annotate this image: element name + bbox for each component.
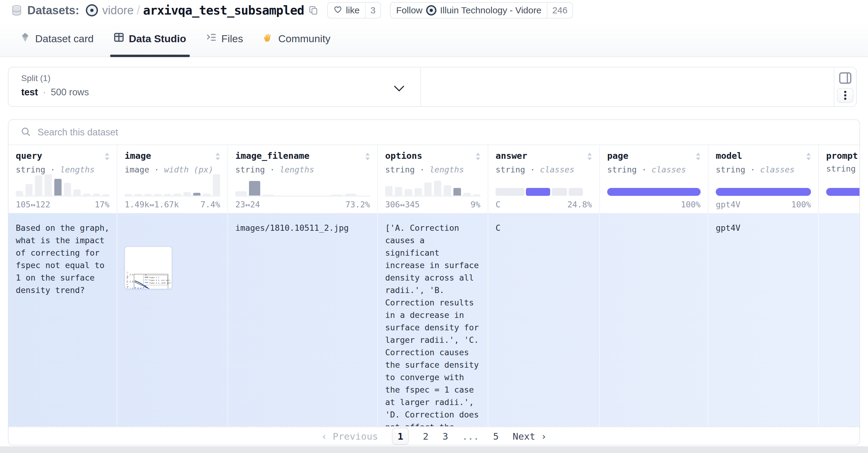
class-bar-segment (826, 188, 860, 196)
stat-percent: 100% (681, 200, 701, 209)
sort-icon[interactable] (587, 152, 592, 162)
cell-answer: C (488, 213, 600, 426)
stat-percent: 100% (791, 200, 811, 209)
histogram-bar (83, 194, 90, 196)
column-name: prompt (826, 150, 858, 161)
tab-dataset-card[interactable]: Dataset card (20, 21, 94, 56)
split-selector-label: Split (1) (21, 74, 420, 83)
histogram-bar (125, 194, 132, 196)
follow-label: Follow (396, 5, 423, 16)
follow-org-name: Illuin Technology - Vidore (440, 5, 541, 16)
histogram-bar (405, 189, 412, 196)
cell-image-filename: images/1810.10511_2.jpg (228, 213, 378, 426)
class-bar-segment (569, 188, 583, 196)
histogram-bar (235, 191, 247, 196)
owner-link[interactable]: vidore (102, 4, 134, 17)
sort-icon[interactable] (105, 152, 110, 162)
histogram-bar (144, 194, 152, 196)
column-histogram (385, 174, 480, 197)
histogram-bar (345, 194, 356, 196)
pagination: ‹ Previous 123...5 Next › (8, 426, 860, 445)
column-header-prompt[interactable]: promptstring (819, 145, 860, 213)
column-header-image[interactable]: imageimage · width (px)1.49k↔1.67k7.4% (117, 145, 228, 213)
kebab-menu-button[interactable] (837, 88, 854, 103)
tab-data-studio[interactable]: Data Studio (114, 21, 186, 56)
tab-community[interactable]: Community (263, 21, 330, 56)
histogram-bar (174, 194, 181, 196)
dataset-name[interactable]: arxivqa_test_subsampled (143, 3, 304, 17)
column-type: string · lengths (385, 165, 480, 174)
column-header-model[interactable]: modelstring · classesgpt4V100% (709, 145, 819, 213)
histogram-bar (414, 188, 422, 196)
cell-page (600, 213, 709, 426)
histogram-bar (424, 182, 432, 196)
chevron-down-icon (394, 85, 405, 93)
column-histogram (125, 174, 220, 197)
class-bar-segment (496, 188, 524, 196)
histogram-bar (184, 192, 191, 196)
class-bar-segment (607, 188, 701, 196)
sort-icon[interactable] (215, 152, 220, 162)
page-button[interactable]: 5 (493, 431, 499, 442)
column-class-bar (716, 188, 811, 196)
column-stats: 105↔12217% (16, 200, 110, 209)
page-button[interactable]: 3 (442, 431, 448, 442)
column-type: string · lengths (16, 165, 110, 174)
histogram-bar (26, 184, 33, 196)
split-dot-separator: · (43, 87, 46, 98)
column-header-query[interactable]: querystring · lengths105↔12217% (8, 145, 117, 213)
follow-button[interactable]: Follow Illuin Technology - Vidore 246 (390, 2, 573, 19)
sort-icon[interactable] (475, 152, 480, 162)
sort-icon[interactable] (696, 152, 701, 162)
table-header-row: querystring · lengths105↔12217%imageimag… (8, 145, 860, 213)
sort-icon[interactable] (365, 152, 370, 162)
row-image-thumbnail[interactable]: fspec = 1 fspec ≠ 1, w/o corr. fspec ≠ 1… (125, 247, 172, 289)
like-button[interactable]: like 3 (327, 2, 381, 19)
page-button-current[interactable]: 1 (392, 428, 409, 445)
cell-image: fspec = 1 fspec ≠ 1, w/o corr. fspec ≠ 1… (117, 213, 228, 426)
tab-files[interactable]: Files (206, 21, 243, 56)
column-header-image_filename[interactable]: image_filenamestring · lengths23↔2473.2% (228, 145, 378, 213)
stat-percent: 7.4% (200, 200, 220, 209)
previous-page-button[interactable]: ‹ Previous (321, 431, 378, 442)
histogram-bar (203, 194, 210, 196)
histogram-bar (64, 183, 71, 196)
next-page-button[interactable]: Next › (513, 431, 547, 442)
stat-range: 1.49k↔1.67k (125, 200, 179, 209)
like-count[interactable]: 3 (365, 3, 381, 18)
column-type: image · width (px) (125, 165, 220, 174)
split-selector[interactable]: Split (1) test · 500 rows (8, 67, 421, 106)
histogram-bar (44, 174, 52, 196)
column-stats: 1.49k↔1.67k7.4% (125, 200, 220, 209)
column-name: query (16, 150, 42, 161)
column-histogram (16, 174, 110, 197)
stat-range: 23↔24 (235, 200, 260, 209)
table-row[interactable]: Based on the graph, what is the impact o… (8, 213, 860, 426)
table-icon (114, 32, 124, 45)
histogram-bar (213, 174, 220, 196)
stat-percent: 73.2% (345, 200, 370, 209)
copy-icon[interactable] (308, 5, 318, 15)
histogram-bar (54, 179, 62, 196)
column-type: string · classes (496, 165, 592, 174)
follow-count[interactable]: 246 (547, 3, 572, 18)
panel-toggle-icon[interactable] (839, 72, 852, 86)
bottom-scroll-strip[interactable] (0, 446, 868, 453)
column-header-answer[interactable]: answerstring · classesC24.8% (488, 145, 600, 213)
stat-range: C (496, 200, 500, 209)
page-button[interactable]: 2 (423, 431, 429, 442)
page-ellipsis: ... (462, 431, 479, 442)
histogram-bar (73, 190, 81, 196)
class-bar-segment (552, 188, 567, 196)
histogram-bar (164, 194, 171, 196)
owner-avatar[interactable] (86, 4, 98, 17)
stat-percent: 9% (470, 200, 480, 209)
plot-ytick: 1.5 (129, 287, 133, 289)
class-bar-segment (716, 188, 811, 196)
column-header-options[interactable]: optionsstring · lengths306↔3459% (378, 145, 488, 213)
column-header-page[interactable]: pagestring · classes100% (600, 145, 709, 213)
histogram-bar (473, 194, 480, 196)
search-input[interactable] (38, 127, 462, 138)
column-histogram (235, 174, 370, 197)
sort-icon[interactable] (806, 152, 811, 162)
